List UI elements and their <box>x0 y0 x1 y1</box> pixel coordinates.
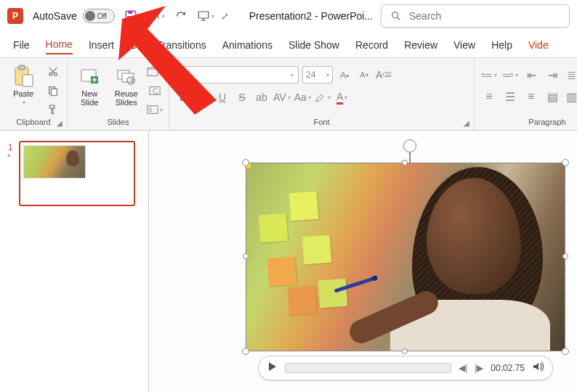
play-icon <box>267 362 278 372</box>
present-icon <box>197 9 210 23</box>
copy-button[interactable] <box>45 83 61 98</box>
play-button[interactable] <box>267 362 278 375</box>
decrease-font-button[interactable]: A▾ <box>356 67 372 83</box>
progress-bar[interactable] <box>285 363 451 373</box>
numbering-button[interactable]: ≕▾ <box>501 68 519 82</box>
save-button[interactable] <box>121 6 141 26</box>
search-box[interactable]: Search <box>381 4 570 28</box>
tab-home[interactable]: Home <box>46 36 73 54</box>
tab-insert[interactable]: Insert <box>89 36 114 54</box>
clipboard-launcher[interactable]: ◢ <box>57 119 62 127</box>
resize-handle-tl[interactable] <box>242 159 249 166</box>
tab-slideshow[interactable]: Slide Show <box>288 36 339 54</box>
new-slide-button[interactable]: New Slide <box>73 62 106 118</box>
slide-canvas[interactable]: ◀| |▶ 00:02.75 <box>149 131 577 392</box>
volume-icon <box>532 361 544 372</box>
video-object[interactable] <box>246 163 565 351</box>
font-launcher[interactable]: ◢ <box>464 119 469 127</box>
resize-handle-bl[interactable] <box>242 348 249 355</box>
resize-handle-b[interactable] <box>402 348 408 354</box>
slide-thumbnail-1[interactable]: 1 * <box>9 141 140 206</box>
svg-rect-7 <box>19 65 25 70</box>
tab-transitions[interactable]: Transitions <box>157 36 206 54</box>
bold-button[interactable]: B <box>175 89 191 105</box>
svg-rect-8 <box>23 75 33 86</box>
group-clipboard: Paste ▾ Clipboard ◢ <box>0 58 68 130</box>
thumbnail-preview <box>23 145 86 179</box>
font-color-button[interactable]: A <box>334 89 350 105</box>
font-name-dropdown[interactable]: ▾ <box>175 66 299 83</box>
tab-animations[interactable]: Animations <box>222 36 273 54</box>
bullets-button[interactable]: ≔▾ <box>480 68 498 82</box>
font-size-value: 24 <box>306 70 315 80</box>
font-group-label: Font <box>175 118 468 128</box>
align-left-button[interactable]: ≡ <box>480 89 498 104</box>
autosave-label: AutoSave <box>33 10 77 22</box>
autosave-toggle[interactable]: Off <box>83 9 115 23</box>
tab-record[interactable]: Record <box>355 36 388 54</box>
svg-rect-3 <box>198 12 209 18</box>
line-spacing-button[interactable]: ≣▾ <box>565 68 577 82</box>
clear-formatting-button[interactable]: A⌫ <box>376 67 392 83</box>
skip-forward-button[interactable]: |▶ <box>475 363 483 373</box>
tab-help[interactable]: Help <box>491 36 512 54</box>
thumbnail-frame <box>19 141 135 206</box>
tab-draw[interactable]: Dr <box>130 36 141 54</box>
cut-button[interactable] <box>45 65 61 79</box>
resize-handle-br[interactable] <box>562 348 569 355</box>
ribbon-tabs: File Home Insert Dr Transitions Animatio… <box>0 32 577 58</box>
title-bar: P AutoSave Off ▾ ▾ ⤢ Presentation2 - Pow… <box>0 0 577 32</box>
clipboard-group-label: Clipboard <box>6 118 61 128</box>
copy-icon <box>47 85 59 97</box>
paste-icon <box>12 65 35 88</box>
rotate-stem <box>409 152 411 163</box>
rotate-handle[interactable] <box>403 139 416 152</box>
reuse-slides-button[interactable]: Reuse Slides <box>110 62 143 118</box>
video-player-bar: ◀| |▶ 00:02.75 <box>258 356 553 380</box>
tab-review[interactable]: Review <box>404 36 437 54</box>
paste-button[interactable]: Paste ▾ <box>6 62 41 118</box>
shadow-button[interactable]: ab <box>254 89 270 105</box>
section-button[interactable]: ▾ <box>147 102 163 117</box>
decrease-indent-button[interactable]: ⇤ <box>522 68 540 82</box>
layout-button[interactable]: ▾ <box>147 65 163 79</box>
reset-button[interactable] <box>147 83 163 98</box>
align-center-button[interactable]: ☰ <box>501 89 519 104</box>
volume-button[interactable] <box>532 361 544 375</box>
resize-handle-tr[interactable] <box>562 159 569 166</box>
present-button[interactable]: ▾ <box>196 7 215 25</box>
workspace: 1 * <box>0 131 577 392</box>
format-painter-button[interactable] <box>45 102 61 117</box>
tab-file[interactable]: File <box>13 36 30 54</box>
increase-font-button[interactable]: A▴ <box>336 67 352 83</box>
svg-point-4 <box>392 12 398 18</box>
ribbon: Paste ▾ Clipboard ◢ New Slide Reuse Slid… <box>0 58 577 131</box>
highlight-button[interactable] <box>315 89 331 105</box>
strikethrough-button[interactable]: S <box>234 89 250 105</box>
new-slide-icon <box>78 65 101 88</box>
save-icon <box>124 9 137 23</box>
increase-indent-button[interactable]: ⇥ <box>544 68 561 82</box>
resize-handle-r[interactable] <box>562 253 568 259</box>
redo-button[interactable] <box>172 7 190 25</box>
undo-button[interactable]: ▾ <box>147 7 166 25</box>
resize-handle-l[interactable] <box>243 253 249 259</box>
qa-overflow[interactable]: ⤢ <box>221 11 229 22</box>
justify-button[interactable]: ▤ <box>544 89 561 104</box>
group-paragraph: ≔▾ ≕▾ ⇤ ⇥ ≣▾ ↕A▾ ≡ ☰ ≡ ▤ ▥▾ ⊟▾ Paragraph <box>475 58 577 130</box>
columns-button[interactable]: ▥▾ <box>565 89 577 104</box>
char-spacing-button[interactable]: AV <box>273 89 291 105</box>
search-placeholder: Search <box>409 10 441 22</box>
align-right-button[interactable]: ≡ <box>522 89 540 104</box>
underline-button[interactable]: U <box>214 89 230 105</box>
font-size-dropdown[interactable]: 24▾ <box>302 66 333 83</box>
change-case-button[interactable]: Aa <box>294 89 311 105</box>
skip-back-button[interactable]: ◀| <box>459 363 467 373</box>
italic-button[interactable]: I <box>195 89 211 105</box>
section-icon <box>147 105 158 115</box>
reuse-slides-label: Reuse Slides <box>115 89 138 107</box>
paragraph-group-label: Paragraph <box>480 118 577 128</box>
tab-view[interactable]: View <box>453 36 475 54</box>
tab-video-format[interactable]: Vide <box>528 36 549 54</box>
resize-handle-t[interactable] <box>402 160 408 166</box>
